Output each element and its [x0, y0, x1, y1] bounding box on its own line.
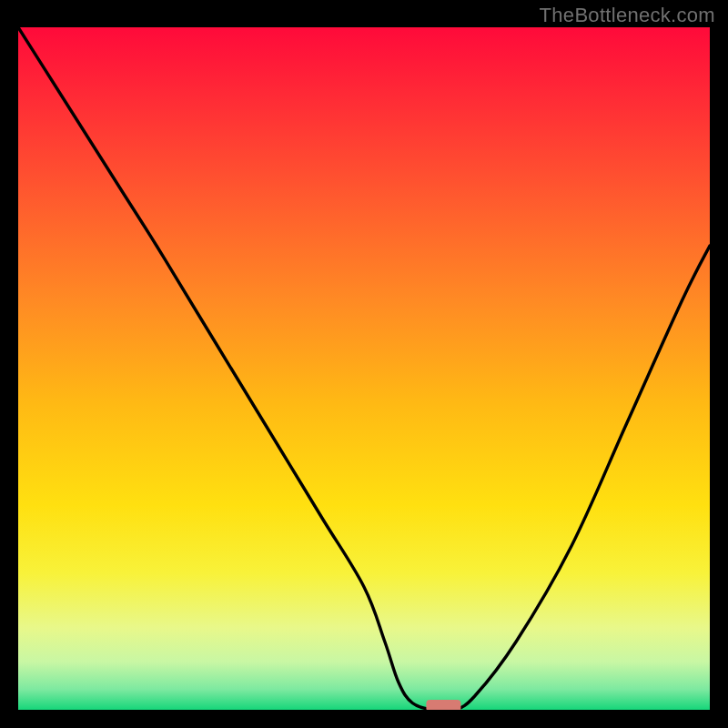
chart-svg: [18, 27, 710, 710]
plot-area: [18, 27, 710, 710]
gradient-background: [18, 27, 710, 710]
chart-frame: TheBottleneck.com: [0, 0, 728, 728]
optimal-marker: [426, 700, 460, 710]
watermark-text: TheBottleneck.com: [540, 4, 715, 27]
